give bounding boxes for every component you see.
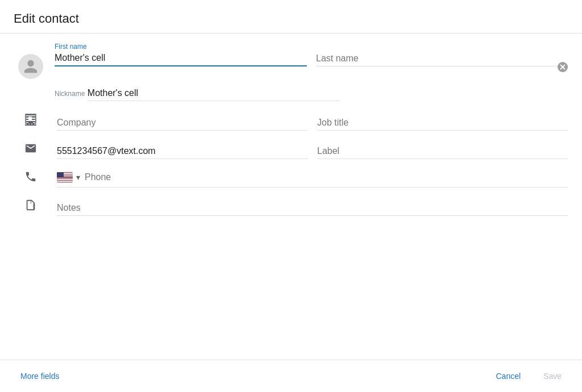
email-input[interactable]	[57, 146, 308, 159]
more-fields-button[interactable]: More fields	[14, 367, 66, 385]
last-name-group	[316, 53, 568, 66]
clear-name-button[interactable]	[555, 59, 571, 75]
phone-icon	[24, 170, 37, 183]
phone-fields: ▾	[57, 172, 568, 187]
nickname-row: Nickname	[55, 88, 568, 101]
nickname-input[interactable]	[88, 88, 340, 101]
job-title-input[interactable]	[317, 118, 568, 131]
notes-icon-col	[14, 199, 48, 216]
cancel-button[interactable]: Cancel	[489, 367, 527, 385]
chevron-down-icon: ▾	[76, 173, 80, 182]
email-label-field	[317, 146, 568, 159]
country-selector[interactable]: ▾	[57, 172, 80, 185]
save-button[interactable]: Save	[537, 367, 568, 385]
dialog-body: First name	[0, 34, 582, 360]
job-title-field	[317, 118, 568, 131]
company-input[interactable]	[57, 118, 308, 131]
notes-row	[14, 199, 568, 216]
avatar	[18, 54, 43, 79]
company-icon	[24, 112, 38, 126]
nickname-label: Nickname	[55, 90, 85, 98]
avatar-col	[14, 43, 48, 79]
name-fields: First name	[55, 43, 568, 66]
email-icon	[24, 142, 37, 155]
dialog-footer: More fields Cancel Save	[0, 360, 582, 392]
first-name-input[interactable]	[55, 53, 307, 66]
footer-actions: Cancel Save	[489, 367, 568, 385]
phone-icon-col	[14, 170, 48, 187]
dialog-title: Edit contact	[14, 11, 568, 26]
company-row	[14, 112, 568, 131]
clear-icon	[557, 61, 568, 73]
email-row	[14, 142, 568, 159]
email-fields	[57, 146, 568, 159]
first-name-group: First name	[55, 43, 307, 66]
first-name-label: First name	[55, 43, 307, 51]
email-icon-col	[14, 142, 48, 159]
name-row: First name	[14, 43, 568, 79]
notes-input[interactable]	[57, 203, 568, 216]
company-field	[57, 118, 308, 131]
edit-contact-dialog: Edit contact First name	[0, 0, 582, 392]
last-name-input[interactable]	[316, 53, 568, 66]
company-icon-col	[14, 112, 48, 131]
notes-icon	[24, 199, 37, 211]
us-flag	[57, 172, 73, 182]
email-label-input[interactable]	[317, 146, 568, 159]
company-fields	[57, 118, 568, 131]
notes-field	[57, 203, 568, 216]
svg-rect-5	[28, 121, 33, 123]
phone-input[interactable]	[85, 172, 568, 185]
email-field	[57, 146, 308, 159]
dialog-header: Edit contact	[0, 0, 582, 34]
notes-fields	[57, 203, 568, 216]
person-icon	[23, 59, 39, 74]
phone-row: ▾	[14, 170, 568, 187]
name-top-row: First name	[55, 43, 568, 66]
